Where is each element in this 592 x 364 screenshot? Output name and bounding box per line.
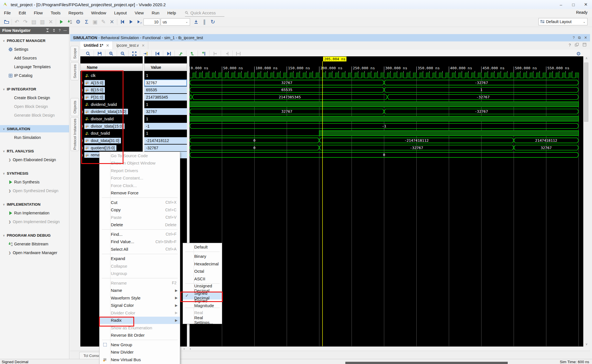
scroll-left-icon[interactable]: ‹: [190, 347, 191, 351]
redo-icon[interactable]: ↷: [21, 18, 30, 26]
sim-time-unit-select[interactable]: us⌄: [161, 18, 190, 26]
signal-value-divisor-tvalid[interactable]: 1: [144, 116, 187, 122]
menu-item-name[interactable]: Name▶: [100, 287, 180, 294]
sim-time-input[interactable]: 10: [143, 19, 160, 25]
cursor-time-flag[interactable]: 205.004 ns: [323, 57, 346, 61]
nav-item-open-synthesized-design[interactable]: ❯Open Synthesized Design: [0, 187, 69, 194]
close-button[interactable]: ✕: [580, 0, 592, 9]
expand-caret-icon[interactable]: ❯: [81, 110, 83, 114]
expand-caret-icon[interactable]: ❯: [81, 139, 83, 142]
chevron-down-icon[interactable]: ∨: [3, 150, 7, 153]
menu-item-reverse-bit-order[interactable]: Reverse Bit Order: [100, 332, 180, 339]
pause-icon[interactable]: ∥: [200, 18, 209, 26]
delete-icon[interactable]: ✕: [47, 18, 55, 26]
nav-section-ip-integrator[interactable]: ∨IP INTEGRATOR: [0, 85, 69, 93]
signal-row-B-15-0-[interactable]: ❯B[15:0]: [80, 86, 143, 94]
settings-gear-icon[interactable]: ⚙: [74, 18, 82, 26]
nav-item-ip-catalog[interactable]: IP Catalog: [0, 72, 69, 79]
signal-row-divisor-tvalid[interactable]: divisor_tvalid: [80, 115, 143, 123]
nav-item-run-simulation[interactable]: Run Simulation: [0, 134, 69, 141]
next-transition-icon[interactable]: [164, 50, 174, 57]
menu-item-binary[interactable]: Binary: [183, 253, 222, 260]
signal-value-divisor-tdata-15-0-[interactable]: -1: [144, 123, 187, 130]
nav-item-open-elaborated-design[interactable]: ❯Open Elaborated Design: [0, 156, 69, 163]
signal-value-clk[interactable]: 1: [144, 72, 187, 79]
zoom-fit-icon[interactable]: [129, 50, 139, 57]
chevron-down-icon[interactable]: ∨: [3, 39, 7, 42]
open-design-icon[interactable]: [2, 18, 11, 26]
nav-section-simulation[interactable]: ∨SIMULATION: [0, 125, 69, 132]
tab-untitled-1[interactable]: Untitled 1*✕: [80, 41, 113, 49]
help-icon[interactable]: ?: [59, 28, 61, 32]
menu-item-real-settings-[interactable]: Real Settings...: [183, 316, 222, 324]
go-to-left-edge-icon[interactable]: [210, 50, 220, 57]
signal-value-dividend-tvalid[interactable]: 1: [144, 101, 187, 108]
chevron-right-icon[interactable]: ❯: [8, 158, 11, 162]
chevron-right-icon[interactable]: ❯: [8, 189, 11, 193]
paste-icon[interactable]: ▥: [38, 18, 47, 26]
menu-item-ascii[interactable]: ASCII: [183, 275, 222, 283]
signal-row-dout-tdata-31-0-[interactable]: ❯dout_tdata[31:0]: [80, 137, 143, 144]
nav-item-run-synthesis[interactable]: Run Synthesis: [0, 178, 69, 186]
stop-icon[interactable]: ▣: [91, 18, 99, 26]
zoom-out-icon[interactable]: [118, 50, 127, 57]
menu-file[interactable]: File: [0, 9, 15, 17]
menu-item-default[interactable]: Default: [183, 243, 222, 251]
signal-row-P-31-0-[interactable]: ❯P[31:0]: [80, 94, 143, 101]
nav-item-settings[interactable]: Settings: [0, 46, 69, 53]
chevron-down-icon[interactable]: ∨: [3, 172, 7, 175]
expand-collapse-icon[interactable]: [52, 28, 56, 32]
signal-value-B-15-0-[interactable]: 65535: [144, 86, 187, 93]
zoom-to-cursor-icon[interactable]: [141, 50, 151, 57]
report-summary-icon[interactable]: Σ: [82, 18, 91, 26]
nav-item-generate-block-design[interactable]: Generate Block Design: [0, 112, 69, 119]
waveform-canvas[interactable]: 0.000 ns50.000 ns100.000 ns150.000 ns200…: [189, 56, 583, 347]
step-icon[interactable]: [192, 18, 200, 26]
chevron-down-icon[interactable]: ∨: [3, 203, 7, 206]
chevron-down-icon[interactable]: ∨: [3, 127, 7, 130]
chevron-down-icon[interactable]: ∨: [3, 88, 7, 91]
bottom-scrollbar-thumb[interactable]: [345, 362, 508, 364]
menu-item-expand[interactable]: Expand: [100, 255, 180, 263]
signal-row-clk[interactable]: clk: [80, 72, 143, 79]
tab-ipcore-test[interactable]: ipcore_test.v✕: [113, 41, 148, 49]
remove-force-icon[interactable]: ✕: [108, 18, 116, 26]
nav-item-generate-bitstream[interactable]: 0110Generate Bitstream: [0, 240, 69, 248]
menu-run[interactable]: Run: [148, 9, 164, 17]
nav-item-create-block-design[interactable]: Create Block Design: [0, 94, 69, 101]
go-to-right-edge-icon[interactable]: [222, 50, 231, 57]
vertical-scrollbar-thumb[interactable]: [584, 63, 588, 122]
add-marker-icon[interactable]: [199, 50, 208, 57]
expand-caret-icon[interactable]: ❯: [81, 81, 83, 85]
generate-bitstream-icon[interactable]: 0110: [65, 18, 74, 26]
scroll-right-icon[interactable]: ›: [184, 347, 185, 351]
menu-layout[interactable]: Layout: [110, 9, 131, 17]
signal-row-dividend-tvalid[interactable]: dividend_tvalid: [80, 101, 143, 108]
relaunch-icon[interactable]: ↻: [209, 18, 217, 26]
run-icon[interactable]: [57, 18, 65, 26]
nav-item-add-sources[interactable]: Add Sources: [0, 54, 69, 62]
signal-row-dividend-tdata-15-0-[interactable]: ❯dividend_tdata[15:0]: [80, 108, 143, 115]
menu-item-find-[interactable]: Find...Ctrl+F: [100, 230, 180, 238]
run-for-time-icon[interactable]: (T): [135, 18, 143, 26]
menu-item-select-all[interactable]: Select AllCtrl+A: [100, 245, 180, 253]
signal-row-divisor-tdata-15-0-[interactable]: ❯divisor_tdata[15:0]: [80, 123, 143, 130]
menu-item-waveform-style[interactable]: Waveform Style▶: [100, 294, 180, 302]
copy-icon[interactable]: ▤: [30, 18, 38, 26]
signal-value-A-15-0-[interactable]: 32767: [144, 79, 187, 86]
scroll-up-icon[interactable]: ∧: [584, 56, 589, 60]
signal-value-dout-tdata-31-0-[interactable]: -2147418112: [144, 137, 187, 144]
menu-flow[interactable]: Flow: [30, 9, 47, 17]
close-tab-icon[interactable]: ✕: [106, 43, 109, 48]
chevron-right-icon[interactable]: ❯: [8, 220, 11, 224]
signal-value-P-31-0-[interactable]: 2147385345: [144, 94, 187, 101]
swap-cursor-back-icon[interactable]: [176, 50, 185, 57]
menu-item-new-group[interactable]: New Group: [100, 341, 180, 349]
signal-row-quotient-15-0-[interactable]: ❯quotient[15:0]: [80, 144, 143, 152]
menu-item-delete[interactable]: DeleteDelete: [100, 221, 180, 229]
name-column-header[interactable]: Name: [80, 63, 143, 71]
float-window-icon[interactable]: [575, 43, 579, 46]
expand-caret-icon[interactable]: ❯: [81, 153, 83, 157]
menu-view[interactable]: View: [131, 9, 148, 17]
signal-value-quotient-15-0-[interactable]: -32767: [144, 145, 187, 151]
